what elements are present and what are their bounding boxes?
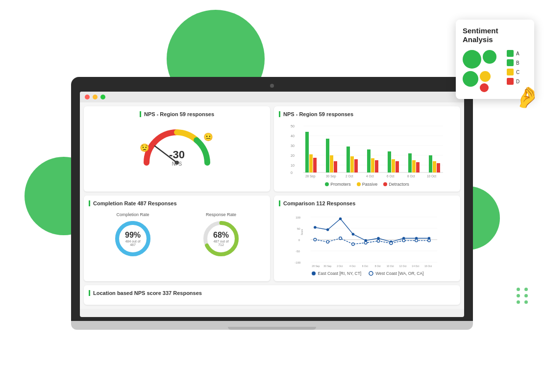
svg-rect-33 bbox=[433, 161, 436, 172]
comparison-title: Comparison 112 Responses bbox=[279, 200, 455, 206]
svg-rect-31 bbox=[416, 162, 420, 172]
response-percent: 68% bbox=[211, 231, 231, 240]
svg-text:4 Oct: 4 Oct bbox=[366, 174, 374, 178]
svg-text:14 Oct: 14 Oct bbox=[412, 265, 420, 268]
bubble-red bbox=[480, 83, 489, 92]
svg-point-77 bbox=[428, 239, 431, 242]
promoters-dot bbox=[325, 182, 329, 186]
passive-label: Passive bbox=[362, 182, 378, 187]
laptop-container: NPS - Region 59 responses 😟 😐 bbox=[71, 77, 473, 330]
bubble-b-medium bbox=[483, 50, 496, 64]
svg-text:28 Sep: 28 Sep bbox=[312, 265, 320, 268]
detractors-label: Detractors bbox=[389, 182, 409, 187]
bubble-yellow bbox=[480, 71, 491, 82]
svg-text:10 Oct: 10 Oct bbox=[427, 174, 436, 178]
promoters-label: Promoters bbox=[330, 182, 351, 187]
nps-bar-title: NPS - Region 59 responses bbox=[279, 111, 455, 117]
east-coast-label: East Coast [RI, NY, CT] bbox=[318, 271, 362, 276]
svg-rect-22 bbox=[354, 159, 358, 172]
svg-rect-16 bbox=[313, 158, 317, 172]
svg-point-60 bbox=[339, 218, 342, 220]
svg-point-88 bbox=[312, 271, 316, 275]
response-rate-donut: Response Rate 68% 487 out of 712 bbox=[201, 212, 241, 258]
svg-text:16 Oct: 16 Oct bbox=[424, 265, 432, 268]
legend-detractors: Detractors bbox=[383, 182, 409, 187]
nps-gauge-card: NPS - Region 59 responses 😟 😐 bbox=[84, 106, 270, 192]
svg-rect-15 bbox=[309, 154, 313, 172]
svg-point-58 bbox=[314, 226, 317, 229]
window-close-button[interactable] bbox=[85, 95, 90, 99]
location-title: Location based NPS score 337 Responses bbox=[89, 290, 455, 296]
dots-decoration bbox=[517, 288, 529, 304]
window-bar bbox=[80, 92, 464, 102]
svg-text:0: 0 bbox=[298, 239, 300, 242]
legend-c-box bbox=[507, 69, 514, 75]
svg-text:30: 30 bbox=[291, 144, 295, 147]
svg-point-59 bbox=[326, 228, 329, 231]
svg-rect-23 bbox=[367, 149, 371, 172]
bubble-a-large bbox=[463, 50, 481, 69]
svg-point-89 bbox=[369, 271, 373, 275]
gauge-number: -30 bbox=[169, 148, 185, 161]
svg-rect-24 bbox=[371, 158, 374, 172]
laptop-screen-outer: NPS - Region 59 responses 😟 😐 bbox=[71, 77, 473, 321]
svg-text:2 Oct: 2 Oct bbox=[337, 265, 343, 268]
legend-d-label: D bbox=[516, 79, 519, 84]
east-coast-icon bbox=[311, 270, 317, 276]
completion-rate-card: Completion Rate 487 Responses Completion… bbox=[84, 196, 270, 281]
east-coast-legend: East Coast [RI, NY, CT] bbox=[311, 270, 362, 276]
svg-text:6 Oct: 6 Oct bbox=[387, 174, 395, 178]
completion-rate-donut: Completion Rate 99% 484 out of 487 bbox=[113, 212, 152, 258]
svg-rect-32 bbox=[429, 155, 432, 172]
svg-text:4 Oct: 4 Oct bbox=[349, 265, 356, 268]
svg-point-75 bbox=[402, 239, 405, 242]
completion-title: Completion Rate 487 Responses bbox=[89, 200, 265, 206]
svg-text:8 Oct: 8 Oct bbox=[407, 174, 415, 178]
svg-rect-29 bbox=[408, 153, 412, 172]
svg-text:20: 20 bbox=[291, 154, 295, 157]
svg-rect-28 bbox=[396, 161, 399, 172]
window-maximize-button[interactable] bbox=[100, 95, 105, 99]
svg-text:30 Sep: 30 Sep bbox=[323, 265, 331, 268]
legend-passive: Passive bbox=[357, 182, 378, 187]
svg-rect-30 bbox=[412, 160, 416, 172]
svg-text:10 Oct: 10 Oct bbox=[387, 265, 395, 268]
emoji-sad: 😟 bbox=[140, 143, 149, 152]
sentiment-analysis-card: SentimentAnalysis A B bbox=[456, 20, 534, 99]
svg-text:40: 40 bbox=[291, 134, 295, 138]
passive-dot bbox=[357, 182, 361, 186]
completion-donut-center: 99% 484 out of 487 bbox=[123, 231, 143, 246]
svg-point-68 bbox=[314, 238, 317, 241]
window-minimize-button[interactable] bbox=[93, 95, 98, 99]
laptop-screen-inner: NPS - Region 59 responses 😟 😐 bbox=[80, 92, 464, 317]
svg-rect-27 bbox=[392, 159, 395, 172]
svg-text:50: 50 bbox=[291, 124, 295, 128]
hand-cursor-icon: 🤌 bbox=[513, 84, 541, 111]
svg-point-61 bbox=[352, 233, 355, 236]
svg-rect-25 bbox=[375, 160, 378, 172]
svg-point-70 bbox=[339, 237, 342, 240]
line-chart-legend: East Coast [RI, NY, CT] West Coast [WA, … bbox=[279, 270, 455, 276]
legend-a-box bbox=[507, 50, 514, 57]
svg-point-74 bbox=[390, 242, 393, 245]
svg-text:8 Oct: 8 Oct bbox=[375, 265, 381, 268]
bar-chart-svg: 50 40 30 20 10 0 bbox=[279, 121, 455, 180]
nps-gauge-title: NPS - Region 59 responses bbox=[140, 111, 214, 117]
bar-chart-legend: Promoters Passive Detractors bbox=[279, 182, 455, 187]
line-chart-area: 100 50 0 -50 -100 Score bbox=[279, 210, 455, 269]
legend-c-label: C bbox=[516, 70, 519, 75]
svg-point-71 bbox=[352, 243, 355, 245]
svg-text:30 Sep: 30 Sep bbox=[326, 174, 336, 178]
response-rate-label: Response Rate bbox=[206, 212, 236, 217]
line-chart-svg: 100 50 0 -50 -100 Score bbox=[279, 210, 455, 269]
legend-a-label: A bbox=[516, 51, 519, 56]
laptop-camera bbox=[270, 84, 274, 88]
completion-donut-wrapper: 99% 484 out of 487 bbox=[113, 219, 152, 258]
legend-promoters: Promoters bbox=[325, 182, 351, 187]
svg-text:6 Oct: 6 Oct bbox=[362, 265, 369, 268]
nps-bar-chart-card: NPS - Region 59 responses 50 40 bbox=[274, 106, 460, 192]
svg-point-73 bbox=[377, 240, 380, 243]
response-donut-center: 68% 487 out of 712 bbox=[211, 231, 231, 246]
svg-text:28 Sep: 28 Sep bbox=[305, 174, 316, 178]
svg-text:-50: -50 bbox=[296, 250, 300, 253]
